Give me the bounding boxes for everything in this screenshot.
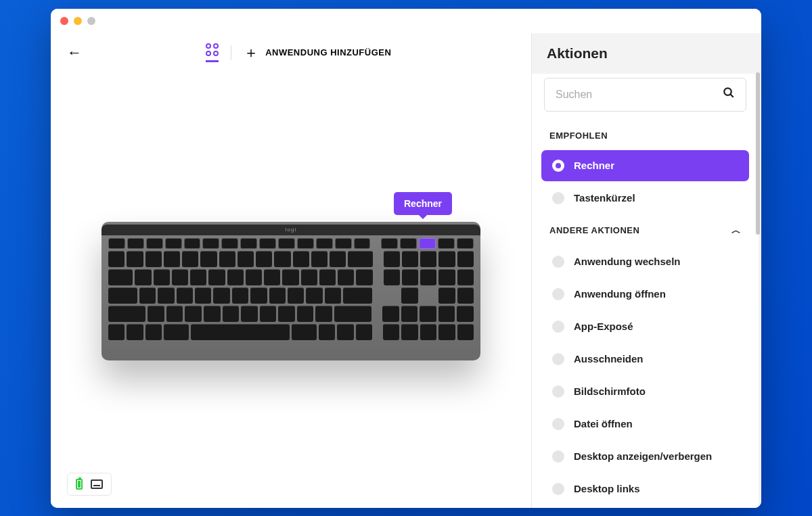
key[interactable] [319,269,336,285]
key[interactable] [457,287,474,304]
key[interactable] [241,306,258,322]
device-status[interactable] [67,473,112,496]
key[interactable] [306,287,322,304]
close-icon[interactable] [60,17,68,25]
key[interactable] [274,251,290,267]
key[interactable] [208,269,225,285]
key[interactable] [288,287,304,304]
key[interactable] [227,269,244,285]
key[interactable] [401,324,418,340]
key[interactable] [246,269,262,285]
key-f3[interactable] [165,238,182,249]
key[interactable] [232,287,248,304]
key[interactable] [383,324,399,340]
key[interactable] [420,324,436,340]
action-item[interactable]: Anwendung wechseln [541,246,749,277]
key-f9[interactable] [278,238,295,249]
key[interactable] [172,269,188,285]
key-f8[interactable] [259,238,276,249]
action-item[interactable]: Bildschirmfoto [541,376,749,407]
key[interactable] [438,251,455,267]
key[interactable] [182,251,198,267]
key[interactable] [382,306,399,322]
key[interactable] [108,251,125,267]
action-item[interactable]: Desktop anzeigen/verbergen [541,441,749,472]
key[interactable] [264,269,280,285]
key[interactable] [177,287,193,304]
action-item[interactable]: App-Exposé [541,311,749,342]
search-box[interactable] [544,78,746,112]
key-fn1[interactable] [381,238,398,249]
key[interactable] [213,287,229,304]
key-space[interactable] [191,324,290,340]
search-input[interactable] [556,89,723,101]
key[interactable] [402,269,418,285]
key-shift-left[interactable] [108,306,145,322]
key[interactable] [457,306,474,322]
key[interactable] [401,306,418,322]
key-opt[interactable] [145,324,162,340]
key[interactable] [135,269,151,285]
key[interactable] [356,269,372,285]
key[interactable] [402,251,418,267]
action-item[interactable]: Tastenkürzel [541,183,749,214]
key[interactable] [260,306,277,322]
zoom-icon[interactable] [87,17,95,25]
key-f10[interactable] [297,238,314,249]
scrollbar-thumb[interactable] [756,72,760,235]
key[interactable] [384,269,400,285]
key[interactable] [195,287,211,304]
key-f6[interactable] [221,238,238,249]
key[interactable] [223,306,240,322]
key-f7[interactable] [240,238,257,249]
key[interactable] [293,251,309,267]
key[interactable] [204,306,221,322]
key[interactable] [337,324,353,340]
key[interactable] [301,269,317,285]
key[interactable] [438,306,455,322]
key[interactable] [338,269,354,285]
key-caps[interactable] [108,287,137,304]
key-f11[interactable] [316,238,333,249]
key[interactable] [330,251,346,267]
key[interactable] [219,251,235,267]
add-application-button[interactable]: ＋ ANWENDUNG HINZUFÜGEN [244,43,392,63]
action-item[interactable]: Desktop links [541,473,749,505]
key-return[interactable] [343,287,372,304]
key[interactable] [139,287,156,304]
key[interactable] [158,287,174,304]
key-fn5[interactable] [457,238,474,249]
key[interactable] [438,324,455,340]
key[interactable] [325,287,341,304]
key-enter[interactable] [457,324,474,340]
key-fn4[interactable] [438,238,455,249]
key[interactable] [384,251,400,267]
key[interactable] [145,251,162,267]
key[interactable] [185,306,202,322]
key-tab[interactable] [108,269,133,285]
action-item[interactable]: Rechner [541,150,749,181]
key[interactable] [127,251,143,267]
key[interactable] [401,287,418,304]
key[interactable] [457,269,474,285]
key[interactable] [420,269,436,285]
key[interactable] [238,251,254,267]
key[interactable] [154,269,170,285]
back-button[interactable]: ← [67,44,82,62]
key-cmd[interactable] [164,324,189,340]
action-item[interactable]: Datei öffnen [541,408,749,440]
key[interactable] [200,251,217,267]
search-icon[interactable] [723,87,735,102]
key-ctrl[interactable] [127,324,143,340]
key-fn[interactable] [108,324,125,340]
key[interactable] [278,306,295,322]
key[interactable] [438,287,455,304]
key-delete[interactable] [348,251,372,267]
key-fn2[interactable] [400,238,417,249]
key-f12[interactable] [335,238,352,249]
key-f2[interactable] [146,238,163,249]
all-apps-icon[interactable] [206,43,219,62]
key[interactable] [282,269,298,285]
minimize-icon[interactable] [74,17,82,25]
action-item[interactable]: Anwendung öffnen [541,279,749,310]
